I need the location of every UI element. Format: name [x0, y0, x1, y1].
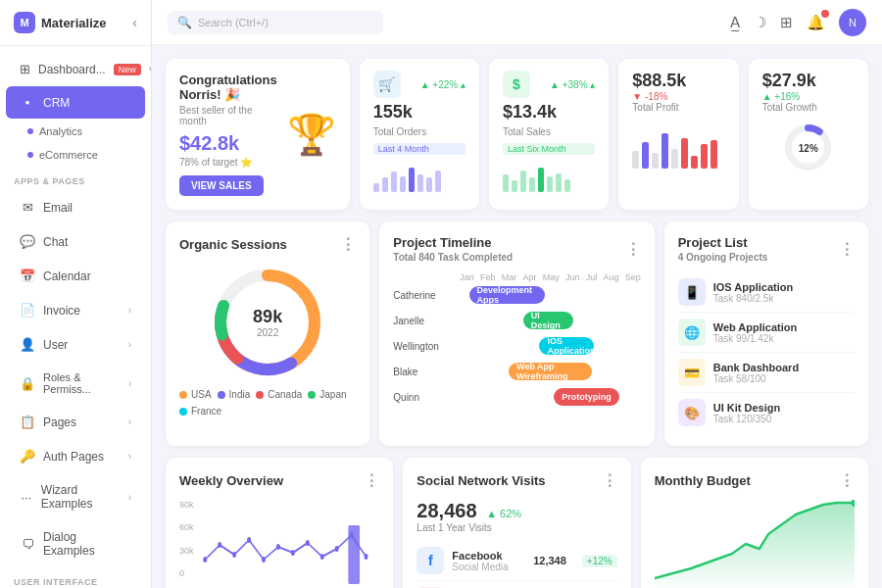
sidebar-item-pages[interactable]: 📋 Pages › — [6, 406, 145, 438]
moon-icon[interactable]: ☽ — [754, 14, 766, 31]
legend-india: India — [218, 389, 251, 400]
sidebar-item-user[interactable]: 👤 User › — [6, 328, 145, 361]
project-timeline-card: Project Timeline Total 840 Task Complete… — [379, 221, 654, 446]
timeline-menu[interactable]: ⋮ — [625, 240, 641, 259]
dot-icon — [27, 152, 33, 158]
sidebar-item-label: Dialog Examples — [43, 530, 131, 558]
search-placeholder: Search (Ctrl+/) — [198, 17, 269, 28]
sidebar-item-label: Email — [43, 201, 73, 215]
sidebar-item-dashboard[interactable]: ⊞ Dashboard... New ▾ — [6, 53, 145, 85]
project-list-menu[interactable]: ⋮ — [839, 240, 855, 259]
facebook-icon: f — [416, 547, 444, 574]
profit-label: Total Profit — [632, 102, 686, 113]
svg-point-14 — [290, 550, 294, 556]
sidebar-item-roles[interactable]: 🔒 Roles & Permiss... › — [6, 363, 145, 404]
sidebar-item-label: Wizard Examples — [41, 483, 121, 511]
organic-sessions-card: Organic Sessions ⋮ 89k 2022 — [166, 221, 369, 446]
chat-icon: 💬 — [20, 234, 35, 249]
orders-change: ▲ +22% ▴ — [420, 79, 466, 90]
search-icon: 🔍 — [177, 16, 192, 29]
profit-value: $88.5k — [632, 71, 686, 91]
sidebar-item-label: Roles & Permiss... — [43, 371, 121, 395]
uikit-info: UI Kit Design Task 120/350 — [713, 402, 780, 424]
social-title: Social Network Visits ⋮ — [416, 471, 616, 490]
social-item-dribbble: ⬤ Dribbble Community 8,450 +32% — [416, 581, 616, 588]
sales-icon: $ — [503, 71, 530, 98]
search-bar[interactable]: 🔍 Search (Ctrl+/) — [168, 11, 383, 34]
section-apps: APPS & PAGES — [0, 167, 151, 190]
sales-label: Total Sales — [503, 126, 595, 137]
organic-menu[interactable]: ⋮ — [340, 235, 356, 254]
project-item-web: 🌐 Web Application Task 99/1.42k — [678, 313, 855, 353]
orders-value: 155k — [373, 102, 466, 122]
trophy-image: 🏆 — [287, 112, 336, 158]
sidebar-sub-ecommerce[interactable]: eCommerce — [0, 143, 151, 167]
legend-france: France — [179, 406, 221, 416]
social-total: 28,468 — [416, 500, 476, 521]
new-badge: New — [114, 64, 141, 75]
sidebar-item-crm[interactable]: ▪ CRM — [6, 86, 145, 119]
project-list-card: Project List 4 Ongoing Projects ⋮ 📱 IOS … — [664, 221, 868, 446]
sidebar-item-chat[interactable]: 💬 Chat — [6, 225, 145, 258]
sidebar-item-wizard[interactable]: ··· Wizard Examples › — [6, 474, 145, 519]
social-card: Social Network Visits ⋮ 28,468 ▲ 62% Las… — [403, 458, 630, 588]
bank-info: Bank Dashboard Task 58/100 — [713, 362, 799, 384]
dot-icon — [27, 128, 33, 134]
organic-title: Organic Sessions ⋮ — [179, 235, 356, 254]
sidebar-item-label: Dashboard... — [38, 63, 106, 76]
sidebar-item-calendar[interactable]: 📅 Calendar — [6, 260, 145, 292]
sidebar-item-label: CRM — [43, 96, 70, 110]
bell-icon[interactable]: 🔔 — [807, 14, 825, 31]
gantt-row-janelle: Janelle UI Design — [393, 312, 640, 329]
header-icons: A̲ ☽ ⊞ 🔔 N — [730, 9, 866, 36]
svg-point-16 — [319, 554, 323, 560]
stats-row: Congratulations Norris! 🎉 Best seller of… — [166, 59, 868, 210]
sidebar-item-dialog[interactable]: 🗨 Dialog Examples — [6, 521, 145, 566]
logo-text: Materialize — [41, 16, 106, 30]
orders-sub: Last 4 Month — [373, 143, 466, 155]
sidebar-item-email[interactable]: ✉ Email — [6, 191, 145, 223]
budget-menu[interactable]: ⋮ — [839, 471, 855, 490]
uikit-icon: 🎨 — [678, 399, 706, 426]
profit-change: ▼ -18% — [632, 91, 686, 102]
project-item-bank: 💳 Bank Dashboard Task 58/100 — [678, 353, 855, 393]
sub-label: eCommerce — [39, 149, 98, 161]
chevron-icon: › — [128, 305, 131, 316]
stat-total-sales: $ ▲ +38% ▴ $13.4k Total Sales Last Six M… — [489, 59, 609, 210]
weekly-title: Weekly Overview ⋮ — [179, 471, 379, 490]
grid-icon[interactable]: ⊞ — [780, 14, 793, 31]
chevron-icon: › — [128, 416, 131, 427]
logo-icon: M — [14, 12, 35, 33]
sidebar-item-invoice[interactable]: 📄 Invoice › — [6, 294, 145, 326]
sidebar-item-auth[interactable]: 🔑 Auth Pages › — [6, 440, 145, 472]
sub-label: Analytics — [39, 125, 82, 137]
avatar[interactable]: N — [839, 9, 866, 36]
bank-icon: 💳 — [678, 359, 706, 386]
gantt-row-catherine: Catherine Development Apps — [393, 286, 640, 304]
orders-chart — [373, 163, 466, 192]
view-sales-button[interactable]: VIEW SALES — [179, 175, 264, 196]
sidebar-sub-analytics[interactable]: Analytics — [0, 120, 151, 143]
social-menu[interactable]: ⋮ — [602, 471, 617, 490]
ios-icon: 📱 — [678, 278, 706, 306]
svg-point-13 — [275, 544, 279, 550]
gantt-row-quinn: Quinn Prototyping — [393, 388, 640, 406]
sidebar-toggle[interactable]: ‹ — [132, 15, 137, 30]
chevron-icon: › — [128, 378, 131, 389]
orders-icon: 🛒 — [373, 71, 401, 98]
section-ui: USER INTERFACE — [0, 567, 151, 588]
mid-row: Organic Sessions ⋮ 89k 2022 — [166, 221, 868, 446]
congrats-target: 78% of target ⭐ — [179, 157, 277, 168]
growth-change: ▲ +16% — [762, 91, 817, 102]
sidebar-item-label: Invoice — [43, 304, 80, 318]
invoice-icon: 📄 — [20, 303, 35, 318]
sidebar-item-label: Calendar — [43, 270, 91, 283]
stat-header: $ ▲ +38% ▴ — [503, 71, 595, 98]
weekly-menu[interactable]: ⋮ — [364, 471, 379, 490]
bottom-row: Weekly Overview ⋮ 90k60k30k0 — [166, 458, 868, 588]
svg-point-19 — [364, 554, 368, 560]
organic-legend: USA India Canada Japan — [179, 389, 356, 416]
weekly-chart — [202, 506, 380, 584]
translate-icon[interactable]: A̲ — [730, 14, 740, 31]
facebook-info: Facebook Social Media — [452, 550, 508, 572]
